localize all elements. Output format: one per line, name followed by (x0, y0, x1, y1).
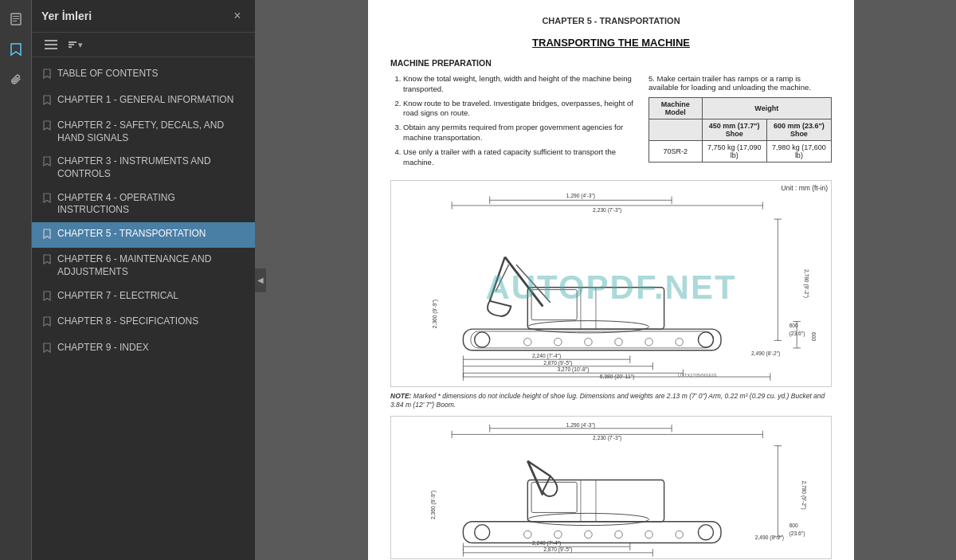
svg-point-81 (615, 531, 623, 539)
sidebar-item-label-ch3: CHAPTER 3 - INSTRUMENTS AND CONTROLS (57, 155, 245, 180)
svg-rect-4 (45, 40, 57, 41)
sidebar-item-ch8[interactable]: CHAPTER 8 - SPECIFICATIONS (32, 310, 255, 336)
pages-icon[interactable] (3, 6, 29, 32)
table-col-450: 450 mm (17.7") Shoe (702, 119, 766, 141)
sort-dropdown-button[interactable]: ▾ (65, 38, 86, 52)
svg-point-27 (524, 338, 532, 346)
svg-text:2,870 (9'-5"): 2,870 (9'-5") (543, 546, 572, 553)
prep-content: Know the total weight, length, width and… (390, 74, 832, 172)
prep-right: 5. Make certain trailer has ramps or a r… (648, 74, 832, 172)
collapse-sidebar-button[interactable]: ◀ (255, 268, 266, 292)
sidebar-item-label-ch7: CHAPTER 7 - ELECTRICAL (57, 290, 245, 303)
table-col-weight: Weight (702, 98, 831, 119)
weight-table: Machine Model Weight 450 mm (17.7") Shoe… (648, 97, 832, 163)
diagram-1: Unit : mm (ft-in) 1,290 (4'-3") 2,230 (7… (390, 180, 832, 387)
sidebar-header: Yer İmleri × (32, 0, 255, 33)
sidebar-item-label-ch2: CHAPTER 2 - SAFETY, DECALS, AND HAND SIG… (57, 119, 245, 144)
table-row: 70SR-2 7,750 kg (17,090 lb) 7,980 kg (17… (649, 141, 832, 163)
svg-point-78 (524, 531, 532, 539)
svg-text:3,270 (10'-8"): 3,270 (10'-8") (557, 366, 589, 373)
bookmark-icon-ch2 (43, 120, 51, 135)
prep-item-4: Use only a trailer with a rated capacity… (403, 147, 636, 168)
sidebar-nav: TABLE OF CONTENTSCHAPTER 1 - GENERAL INF… (32, 57, 255, 560)
weight-600: 7,980 kg (17,600 lb) (766, 141, 831, 163)
sidebar-item-ch5[interactable]: CHAPTER 5 - TRANSPORTATION (32, 222, 255, 249)
sidebar-item-label-ch5: CHAPTER 5 - TRANSPORTATION (57, 228, 245, 241)
left-toolbar (0, 0, 32, 560)
bookmark-icon-ch6 (43, 254, 51, 268)
weight-450: 7,750 kg (17,090 lb) (702, 141, 766, 163)
svg-point-26 (698, 331, 713, 347)
sidebar-panel: Yer İmleri × ▾ TABLE OF CONTENTSCHAPTER … (32, 0, 255, 560)
bookmark-icon-ch3 (43, 156, 51, 170)
section-machine-prep: MACHINE PREPARATION (390, 58, 832, 68)
bookmark-icon-ch7 (43, 291, 51, 305)
svg-rect-2 (13, 18, 19, 19)
sidebar-item-label-ch6: CHAPTER 6 - MAINTENANCE AND ADJUSTMENTS (57, 253, 245, 278)
svg-text:2,780 (9'-2"): 2,780 (9'-2") (801, 481, 807, 510)
prep-item-2: Know route to be traveled. Investigate b… (403, 99, 636, 119)
svg-point-83 (676, 531, 684, 539)
sidebar-item-label-ch8: CHAPTER 8 - SPECIFICATIONS (57, 315, 245, 328)
table-col-model: Machine Model (649, 98, 703, 119)
svg-point-82 (645, 531, 653, 539)
sidebar-item-toc[interactable]: TABLE OF CONTENTS (32, 62, 255, 88)
svg-rect-6 (45, 48, 57, 49)
svg-text:2,490 (8'-2"): 2,490 (8'-2") (755, 535, 784, 541)
sidebar-item-ch2[interactable]: CHAPTER 2 - SAFETY, DECALS, AND HAND SIG… (32, 114, 255, 150)
sidebar-item-label-ch9: CHAPTER 9 - INDEX (57, 342, 245, 354)
svg-text:2,870 (9'-5"): 2,870 (9'-5") (543, 359, 572, 366)
bookmark-icon-ch1 (43, 95, 51, 109)
sidebar-item-label-ch4: CHAPTER 4 - OPERATING INSTRUCTIONS (57, 192, 245, 217)
svg-text:1,290 (4'-3"): 1,290 (4'-3") (566, 422, 595, 429)
sidebar-item-ch6[interactable]: CHAPTER 6 - MAINTENANCE AND ADJUSTMENTS (32, 248, 255, 284)
table-col-600: 600 mm (23.6") Shoe (766, 119, 831, 141)
page-chapter-header: CHAPTER 5 - TRANSPORTATION (390, 16, 832, 25)
svg-point-77 (698, 525, 713, 540)
sidebar-item-label-ch1: CHAPTER 1 - GENERAL INFORMATION (57, 94, 245, 107)
bookmark-icon-ch8 (43, 316, 51, 331)
svg-text:600: 600 (811, 332, 817, 341)
main-content: AUTOPDF.NET CHAPTER 5 - TRANSPORTATION T… (255, 0, 956, 560)
sidebar-item-ch3[interactable]: CHAPTER 3 - INSTRUMENTS AND CONTROLS (32, 150, 255, 186)
model-name: 70SR-2 (649, 141, 703, 163)
attachments-icon[interactable] (3, 67, 29, 92)
svg-point-80 (585, 531, 593, 539)
sidebar-item-ch4[interactable]: CHAPTER 4 - OPERATING INSTRUCTIONS (32, 186, 255, 222)
table-col-empty (649, 119, 703, 141)
svg-text:2,230 (7'-3"): 2,230 (7'-3") (593, 435, 621, 441)
svg-point-31 (645, 338, 653, 346)
svg-point-76 (475, 525, 490, 540)
svg-text:UYTX2705/001E01: UYTX2705/001E01 (678, 373, 717, 378)
svg-point-37 (527, 320, 648, 332)
svg-text:2,230 (7'-3"): 2,230 (7'-3") (593, 206, 621, 213)
prep-list: Know the total weight, length, width and… (390, 74, 636, 168)
svg-text:600: 600 (789, 323, 798, 328)
bookmark-icon-ch4 (43, 193, 51, 207)
list-view-button[interactable] (41, 37, 61, 52)
prep-left: Know the total weight, length, width and… (390, 74, 636, 172)
bookmark-icon-ch9 (43, 343, 51, 357)
prep-item-1: Know the total weight, length, width and… (403, 74, 636, 95)
bookmarks-icon[interactable] (3, 37, 29, 62)
svg-text:(23.6"): (23.6") (789, 330, 805, 336)
svg-line-39 (490, 257, 505, 300)
prep-item-5: 5. Make certain trailer has ramps or a r… (648, 74, 832, 92)
svg-point-30 (615, 338, 623, 346)
diagram-unit: Unit : mm (ft-in) (781, 184, 828, 192)
svg-text:6,380 (20'-11"): 6,380 (20'-11") (600, 373, 635, 379)
svg-rect-5 (45, 44, 57, 45)
svg-text:2,780 (9'-2"): 2,780 (9'-2") (803, 268, 809, 297)
sidebar-item-ch1[interactable]: CHAPTER 1 - GENERAL INFORMATION (32, 88, 255, 115)
sidebar-item-ch9[interactable]: CHAPTER 9 - INDEX (32, 336, 255, 362)
page-main-title: TRANSPORTING THE MACHINE (390, 37, 832, 49)
prep-item-3: Obtain any permits required from proper … (403, 123, 636, 143)
svg-point-25 (475, 331, 490, 347)
svg-point-28 (554, 338, 562, 346)
svg-text:1,290 (4'-3"): 1,290 (4'-3") (566, 193, 595, 199)
sidebar-item-ch7[interactable]: CHAPTER 7 - ELECTRICAL (32, 284, 255, 311)
svg-rect-34 (531, 289, 577, 319)
excavator-diagram-svg: 1,290 (4'-3") 2,230 (7'-3") 2,780 (9'-2"… (391, 181, 831, 386)
sidebar-item-label-toc: TABLE OF CONTENTS (57, 68, 245, 80)
sidebar-close-button[interactable]: × (229, 8, 245, 24)
